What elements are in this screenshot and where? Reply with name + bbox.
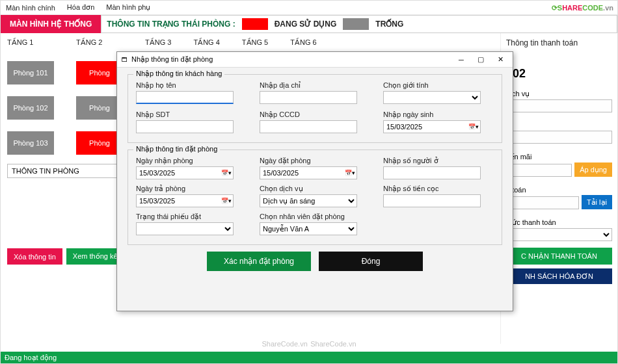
deposit-input[interactable] [383,194,481,207]
swatch-in-use [242,18,268,30]
menu-sub[interactable]: Màn hình phụ [106,3,150,12]
name-input[interactable] [136,91,234,104]
apply-button[interactable]: Áp dụng [574,162,612,177]
calendar-icon: 📅▾ [468,124,479,130]
calendar-icon: 📅▾ [221,170,232,176]
booking-dialog: 🗔 Nhập thông tin đặt phòng ─ ▢ ✕ Nhập th… [116,51,513,311]
method-label: thức thanh toán [506,218,612,227]
floor-5-header: TẦNG 5 [242,38,268,47]
group1-label: Nhập thông tin khách hàng [133,70,224,78]
svc-label: dịch vụ [506,90,612,98]
room-input[interactable] [506,131,612,144]
floor-6-header: TẦNG 6 [290,38,316,47]
phone-input[interactable] [136,120,234,133]
room-lbl2: g [506,122,612,129]
gender-select[interactable] [383,91,481,104]
dob-picker[interactable]: 15/03/2025📅▾ [383,120,481,133]
dob-label: Nhập ngày sinh [383,110,481,119]
people-label: Nhập số người ở [383,157,481,165]
svc-input[interactable] [506,99,612,112]
in-use-text: ĐANG SỬ DỤNG [275,20,337,29]
service-label: Chọn dịch vụ [260,185,357,193]
swatch-empty [343,18,369,30]
service-select[interactable]: Dịch vụ ăn sáng [260,194,357,207]
dialog-title: Nhập thông tin đặt phòng [131,55,451,64]
bookdate-picker[interactable]: 15/03/2025📅▾ [260,166,357,179]
confirm-booking-button[interactable]: Xác nhận đặt phòng [207,252,311,271]
room-label: g [506,57,612,64]
room-102[interactable]: Phòng 102 [7,96,54,120]
sharecode-logo: ⟳SHARECODE.vn [552,2,613,12]
name-label: Nhập họ tên [136,81,234,90]
gender-label: Chọn giới tính [383,81,481,90]
addr-input[interactable] [260,91,357,104]
total-input[interactable] [506,196,579,209]
group2-label: Nhập thông tin đặt phòng [133,145,220,153]
floor-2-header: TẦNG 2 [76,38,123,47]
staff-label: Chọn nhân viên đặt phòng [260,213,357,221]
cccd-input[interactable] [260,120,357,133]
reload-button[interactable]: Tải lại [582,195,612,209]
status-select[interactable] [136,222,234,235]
floor-1-header: TẦNG 1 [7,38,54,47]
menu-bill[interactable]: Hóa đơn [67,3,94,12]
phone-label: Nhập SDT [136,110,234,119]
bookdate-label: Ngày đặt phòng [260,157,357,165]
calendar-icon: 📅▾ [345,170,355,176]
empty-text: TRỐNG [375,20,403,29]
confirm-payment-button[interactable]: C NHẬN THANH TOÁN [506,248,612,265]
maximize-button[interactable]: ▢ [471,53,490,66]
status-bar: Đang hoạt động [1,352,617,363]
status-label: THÔNG TIN TRẠNG THÁI PHÒNG : [107,20,235,29]
method-select[interactable] [506,228,612,241]
promo-label: yến mãi [506,153,612,161]
delete-button[interactable]: Xóa thông tin [7,248,62,265]
floor-4-header: TẦNG 4 [193,38,219,47]
room-103[interactable]: Phòng 103 [7,131,54,155]
floor-3-header: TẦNG 3 [145,38,171,47]
staff-select[interactable]: Nguyễn Văn A [260,222,357,235]
room-101[interactable]: Phòng 101 [7,61,54,84]
bill-list-button[interactable]: NH SÁCH HÓA ĐƠN [506,268,612,284]
payment-room: 502 [506,67,612,81]
deposit-label: Nhập số tiền cọc [383,185,481,193]
room-info-box: THÔNG TIN PHÒNG [7,164,118,178]
checkout-picker[interactable]: 15/03/2025📅▾ [136,194,234,207]
people-input[interactable] [383,166,481,179]
system-title: MÀN HÌNH HỆ THỐNG [1,15,101,33]
checkout-label: Ngày trả phòng [136,185,234,193]
promo-input[interactable] [506,164,572,177]
dialog-icon: 🗔 [120,55,129,64]
payment-header: Thông tin thanh toán [506,38,612,47]
total-label: h toán [506,186,612,194]
calendar-icon: 📅▾ [221,198,232,204]
cccd-label: Nhập CCCD [260,110,357,119]
addr-label: Nhập địa chỉ [260,81,357,90]
close-dialog-button[interactable]: Đóng [319,252,423,271]
minimize-button[interactable]: ─ [451,53,471,66]
menu-main[interactable]: Màn hình chính [6,4,55,12]
close-button[interactable]: ✕ [490,53,510,66]
checkin-picker[interactable]: 15/03/2025📅▾ [136,166,234,179]
checkin-label: Ngày nhận phòng [136,157,234,165]
status-label2: Trạng thái phiếu đặt [136,213,234,221]
